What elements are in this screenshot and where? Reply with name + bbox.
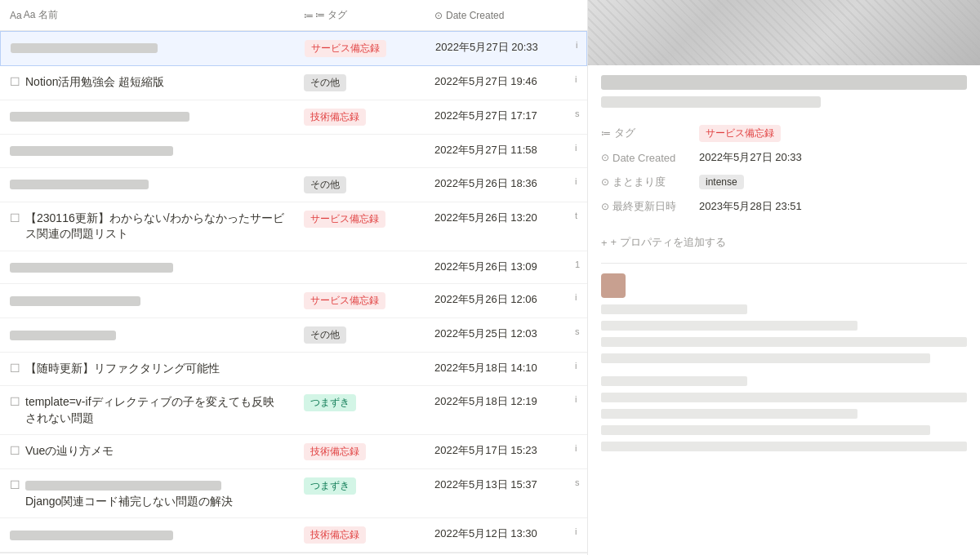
- name-text: Notion活用勉強会 超短縮版: [25, 74, 164, 91]
- cell-name-8: [0, 318, 294, 351]
- tag-badge[interactable]: サービス備忘録: [304, 292, 385, 309]
- prop-label-3: ⊙最終更新日時: [601, 199, 699, 214]
- tag-badge[interactable]: つまずき: [304, 477, 356, 495]
- cell-date-6: 2022年5月26日 13:09: [425, 251, 572, 282]
- table-row[interactable]: ☐Vueの辿り方メモ技術備忘録2022年5月17日 15:23i: [0, 435, 587, 469]
- tag-badge[interactable]: その他: [304, 326, 346, 344]
- col-header-date[interactable]: ⊙ Date Created: [425, 7, 572, 24]
- prop-row-0[interactable]: ≔タグサービス備忘録: [601, 121, 967, 145]
- body-line-6: [601, 393, 967, 402]
- right-subtitle-blurred: [601, 96, 821, 108]
- table-row[interactable]: その他2022年5月26日 18:36i: [0, 168, 587, 202]
- table-row[interactable]: 2022年5月26日 13:091: [0, 251, 587, 285]
- body-section-icon: [601, 273, 626, 298]
- name-text: [10, 526, 173, 543]
- body-line-2: [601, 321, 858, 331]
- cell-extra-4: i: [572, 168, 588, 194]
- table-row[interactable]: 技術備忘録2022年5月12日 13:30i: [0, 518, 587, 553]
- cell-name-13: [0, 518, 294, 551]
- doc-icon: ☐: [10, 211, 20, 224]
- tag-badge[interactable]: サービス備忘録: [304, 211, 385, 228]
- doc-icon: ☐: [10, 444, 20, 457]
- cell-tag-12: つまずき: [294, 469, 425, 503]
- col-header-name[interactable]: Aa Aa 名前: [0, 5, 294, 25]
- table-row[interactable]: ☐template=v-ifディレクティブの子を変えても反映されない問題つまずき…: [0, 386, 587, 435]
- table-row[interactable]: ☐Django関連コード補完しない問題の解決つまずき2022年5月13日 15:…: [0, 469, 587, 518]
- cell-name-10: ☐template=v-ifディレクティブの子を変えても反映されない問題: [0, 386, 294, 434]
- cell-name-11: ☐Vueの辿り方メモ: [0, 435, 294, 468]
- prop-row-2[interactable]: ⊙まとまり度intense: [601, 170, 967, 194]
- col-header-tag[interactable]: ≔ ≔ タグ: [294, 5, 425, 25]
- cell-tag-8: その他: [294, 318, 425, 352]
- cell-date-4: 2022年5月26日 18:36: [425, 168, 572, 199]
- name-text-line2: Django関連コード補完しない問題の解決: [25, 495, 233, 508]
- name-text: 【随時更新】リファクタリング可能性: [25, 361, 220, 377]
- table-row[interactable]: サービス備忘録2022年5月26日 12:06i: [0, 284, 587, 318]
- prop-value-3: 2023年5月28日 23:51: [699, 199, 967, 214]
- table-row[interactable]: 技術備忘録2022年5月27日 17:17s: [0, 100, 587, 135]
- body-line-8: [601, 425, 930, 435]
- cell-date-13: 2022年5月12日 13:30: [425, 518, 572, 549]
- body-line-5: [601, 376, 747, 386]
- prop-row-3[interactable]: ⊙最終更新日時2023年5月28日 23:51: [601, 194, 967, 219]
- body-line-3: [601, 337, 967, 347]
- cell-tag-11: 技術備忘録: [294, 435, 425, 468]
- add-property-button[interactable]: + + プロパティを追加する: [601, 232, 967, 253]
- tag-badge[interactable]: 技術備忘録: [304, 526, 366, 544]
- body-line-9: [601, 442, 967, 451]
- name-text: [10, 109, 189, 125]
- cell-tag-9: [294, 353, 425, 369]
- prop-icon-3: ⊙: [601, 201, 609, 212]
- table-row[interactable]: ☐【230116更新】わからない/わからなかったサービス関連の問題リストサービス…: [0, 202, 587, 251]
- cell-date-9: 2022年5月18日 14:10: [425, 353, 572, 384]
- prop-row-1[interactable]: ⊙Date Created2022年5月27日 20:33: [601, 145, 967, 170]
- tag-col-icon: ≔: [304, 10, 314, 21]
- tag-badge[interactable]: つまずき: [304, 394, 356, 411]
- name-text: [10, 176, 149, 193]
- cell-date-5: 2022年5月26日 13:20: [425, 202, 572, 233]
- table-row[interactable]: ☐【随時更新】リファクタリング可能性2022年5月18日 14:10i: [0, 353, 587, 386]
- cell-extra-1: i: [572, 66, 588, 92]
- tag-badge[interactable]: その他: [304, 176, 346, 193]
- cell-date-10: 2022年5月18日 12:19: [425, 386, 572, 417]
- prop-icon-1: ⊙: [601, 152, 609, 163]
- cell-extra-8: s: [572, 318, 588, 344]
- table-row[interactable]: ☐Notion活用勉強会 超短縮版その他2022年5月27日 19:46i: [0, 66, 587, 100]
- cell-date-1: 2022年5月27日 19:46: [425, 66, 572, 97]
- left-panel: Aa Aa 名前 ≔ ≔ タグ ⊙ Date Created サービス備忘録20…: [0, 0, 588, 555]
- name-text: [11, 40, 158, 56]
- cell-extra-13: i: [572, 518, 588, 544]
- cell-tag-13: 技術備忘録: [294, 518, 425, 552]
- body-line-1: [601, 304, 747, 314]
- right-header-image: [588, 0, 980, 65]
- table-body: サービス備忘録2022年5月27日 20:33i☐Notion活用勉強会 超短縮…: [0, 31, 587, 553]
- tag-badge[interactable]: サービス備忘録: [305, 40, 386, 57]
- cell-extra-9: i: [572, 353, 588, 379]
- table-header: Aa Aa 名前 ≔ ≔ タグ ⊙ Date Created: [0, 0, 587, 31]
- cell-tag-1: その他: [294, 66, 425, 100]
- doc-icon: ☐: [10, 362, 20, 375]
- tag-badge[interactable]: 技術備忘録: [304, 443, 366, 460]
- table-row[interactable]: サービス備忘録2022年5月27日 20:33i: [0, 31, 587, 66]
- doc-icon: ☐: [10, 478, 20, 491]
- properties-section: ≔タグサービス備忘録⊙Date Created2022年5月27日 20:33⊙…: [601, 121, 967, 219]
- cell-name-0: [1, 32, 295, 64]
- cell-name-12: ☐Django関連コード補完しない問題の解決: [0, 469, 294, 517]
- tag-badge[interactable]: 技術備忘録: [304, 109, 366, 126]
- date-col-icon: ⊙: [434, 10, 443, 21]
- name-text: 【230116更新】わからない/わからなかったサービス関連の問題リスト: [25, 211, 284, 242]
- table-row[interactable]: 2022年5月27日 11:58i: [0, 135, 587, 168]
- prop-label-text-2: まとまり度: [612, 175, 666, 189]
- cell-tag-3: [294, 135, 425, 151]
- right-panel: ≔タグサービス備忘録⊙Date Created2022年5月27日 20:33⊙…: [588, 0, 980, 555]
- cell-extra-0: i: [572, 32, 588, 58]
- prop-tag-2[interactable]: intense: [699, 175, 744, 189]
- cell-date-12: 2022年5月13日 15:37: [425, 469, 572, 500]
- right-title-blurred: [601, 75, 967, 90]
- prop-tag-0[interactable]: サービス備忘録: [699, 125, 781, 142]
- prop-label-text-0: タグ: [614, 126, 635, 140]
- cell-tag-4: その他: [294, 168, 425, 202]
- cell-tag-2: 技術備忘録: [294, 100, 425, 134]
- table-row[interactable]: その他2022年5月25日 12:03s: [0, 318, 587, 353]
- tag-badge[interactable]: その他: [304, 74, 346, 91]
